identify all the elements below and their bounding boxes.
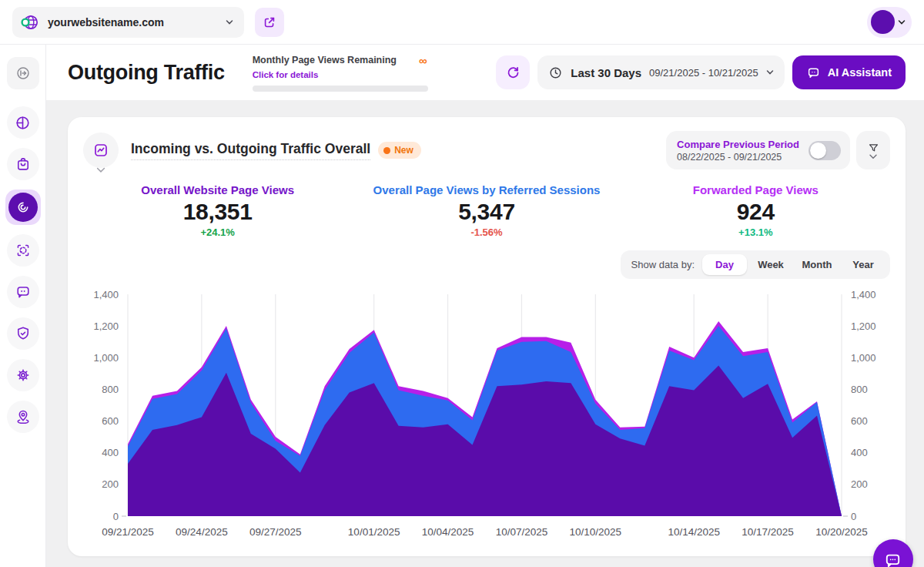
quota-label: Monthly Page Views Remaining <box>253 55 397 65</box>
new-badge-label: New <box>394 145 413 156</box>
toggle-knob <box>810 143 826 159</box>
chevron-down-icon <box>898 18 906 26</box>
tab-week[interactable]: Week <box>748 254 793 275</box>
comments-icon <box>15 284 32 300</box>
metric-referred-page-views: Overall Page Views by Referred Sessions … <box>352 183 621 238</box>
scan-target-icon <box>15 242 32 259</box>
metric-delta: +24.1% <box>83 226 352 238</box>
quota-details-link[interactable]: Click for details <box>253 70 319 79</box>
infinity-value: ∞ <box>419 54 428 67</box>
chat-icon <box>806 65 821 80</box>
svg-text:0: 0 <box>113 511 119 522</box>
sidebar-item-traffic[interactable] <box>5 190 41 225</box>
content-area: Incoming vs. Outgoing Traffic Overall Ne… <box>46 100 924 567</box>
external-link-icon <box>262 15 277 30</box>
active-item-background <box>8 193 38 222</box>
metric-title: Overall Page Views by Referred Sessions <box>352 183 621 196</box>
svg-text:1,400: 1,400 <box>851 289 876 300</box>
sidebar-item-collapse[interactable] <box>7 57 39 89</box>
traffic-card: Incoming vs. Outgoing Traffic Overall Ne… <box>68 117 906 556</box>
svg-text:800: 800 <box>102 384 119 395</box>
refresh-button[interactable] <box>496 55 530 89</box>
metric-title: Overall Website Page Views <box>83 183 352 196</box>
metric-value: 18,351 <box>83 199 352 225</box>
clock-icon <box>548 65 563 80</box>
date-range-selector[interactable]: Last 30 Days 09/21/2025 - 10/21/2025 <box>537 55 784 89</box>
website-selector[interactable]: yourwebsitename.com <box>12 7 244 38</box>
tab-month[interactable]: Month <box>795 254 839 275</box>
analytics-pie-icon <box>14 114 32 132</box>
show-data-by-control: Show data by: Day Week Month Year <box>621 250 890 279</box>
collapse-sidebar-icon <box>15 65 32 82</box>
svg-text:09/27/2025: 09/27/2025 <box>249 526 302 538</box>
funnel-icon <box>867 142 880 155</box>
compare-label: Compare Previous Period <box>677 139 799 150</box>
quota-block: Monthly Page Views Remaining ∞ Click for… <box>253 54 428 92</box>
chevron-down-icon <box>869 154 877 159</box>
chevron-down-icon <box>226 18 233 26</box>
new-badge: New <box>378 142 421 159</box>
svg-text:600: 600 <box>851 415 868 427</box>
sidebar-item-store[interactable] <box>7 148 39 180</box>
metric-overall-page-views: Overall Website Page Views 18,351 +24.1% <box>83 183 352 238</box>
metric-delta: +13.1% <box>621 226 890 238</box>
shield-check-icon <box>15 325 32 342</box>
sidebar-item-security[interactable] <box>7 317 39 350</box>
sidebar-item-settings[interactable] <box>7 359 39 391</box>
compare-previous-period: Compare Previous Period 08/22/2025 - 09/… <box>666 131 850 169</box>
svg-text:09/24/2025: 09/24/2025 <box>176 526 228 538</box>
svg-text:200: 200 <box>851 478 868 490</box>
svg-text:10/17/2025: 10/17/2025 <box>742 526 794 538</box>
refresh-icon <box>505 65 521 81</box>
svg-text:1,000: 1,000 <box>93 352 119 364</box>
tab-day[interactable]: Day <box>702 254 747 275</box>
traffic-area-chart[interactable]: 002002004004006006008008001,0001,0001,20… <box>83 285 890 545</box>
svg-text:600: 600 <box>102 415 119 427</box>
show-data-by-label: Show data by: <box>631 259 695 270</box>
account-menu[interactable] <box>867 7 912 38</box>
svg-text:10/04/2025: 10/04/2025 <box>422 526 474 538</box>
metric-value: 5,347 <box>352 199 621 225</box>
settings-gear-icon <box>15 367 32 384</box>
svg-text:400: 400 <box>102 447 119 458</box>
card-title[interactable]: Incoming vs. Outgoing Traffic Overall <box>131 141 370 160</box>
chart-type-button[interactable] <box>83 133 119 168</box>
svg-text:1,200: 1,200 <box>851 320 876 332</box>
svg-text:10/10/2025: 10/10/2025 <box>570 526 622 538</box>
compare-range: 08/22/2025 - 09/21/2025 <box>677 152 799 163</box>
sidebar-item-locations[interactable] <box>7 401 39 433</box>
sidebar-item-scan[interactable] <box>7 234 39 267</box>
sidebar-nav <box>0 45 46 567</box>
chevron-down-icon <box>97 167 105 173</box>
period-label: Last 30 Days <box>571 66 641 79</box>
svg-text:09/21/2025: 09/21/2025 <box>102 526 154 538</box>
svg-text:10/20/2025: 10/20/2025 <box>815 526 868 538</box>
line-chart-icon <box>92 141 110 159</box>
chart-container: 002002004004006006008008001,0001,0001,20… <box>83 285 890 549</box>
ai-assistant-button[interactable]: AI Assistant <box>792 55 906 89</box>
globe-icon <box>20 12 40 32</box>
svg-text:10/01/2025: 10/01/2025 <box>348 526 400 538</box>
chat-bubble-icon <box>883 551 902 567</box>
orange-dot-icon <box>383 147 390 154</box>
store-bag-icon <box>15 156 32 173</box>
quota-progress-bar <box>253 86 428 92</box>
avatar <box>871 10 895 34</box>
page-title: Outgoing Traffic <box>68 61 225 85</box>
metrics-row: Overall Website Page Views 18,351 +24.1%… <box>83 183 890 238</box>
ai-assistant-label: AI Assistant <box>828 66 892 79</box>
open-website-button[interactable] <box>255 8 284 37</box>
sidebar-item-analytics[interactable] <box>7 106 39 139</box>
svg-text:10/07/2025: 10/07/2025 <box>496 526 548 538</box>
page-header: Outgoing Traffic Monthly Page Views Rema… <box>46 45 924 100</box>
location-pin-icon <box>15 408 32 425</box>
tab-year[interactable]: Year <box>841 254 886 275</box>
website-name: yourwebsitename.com <box>48 16 164 29</box>
top-bar: yourwebsitename.com <box>0 0 924 45</box>
filter-button[interactable] <box>856 131 890 169</box>
compare-toggle[interactable] <box>808 141 841 160</box>
sidebar-item-comments[interactable] <box>7 276 39 308</box>
chevron-down-icon <box>766 69 774 76</box>
svg-text:400: 400 <box>851 447 868 458</box>
metric-forwarded-page-views: Forwarded Page Views 924 +13.1% <box>621 183 890 238</box>
